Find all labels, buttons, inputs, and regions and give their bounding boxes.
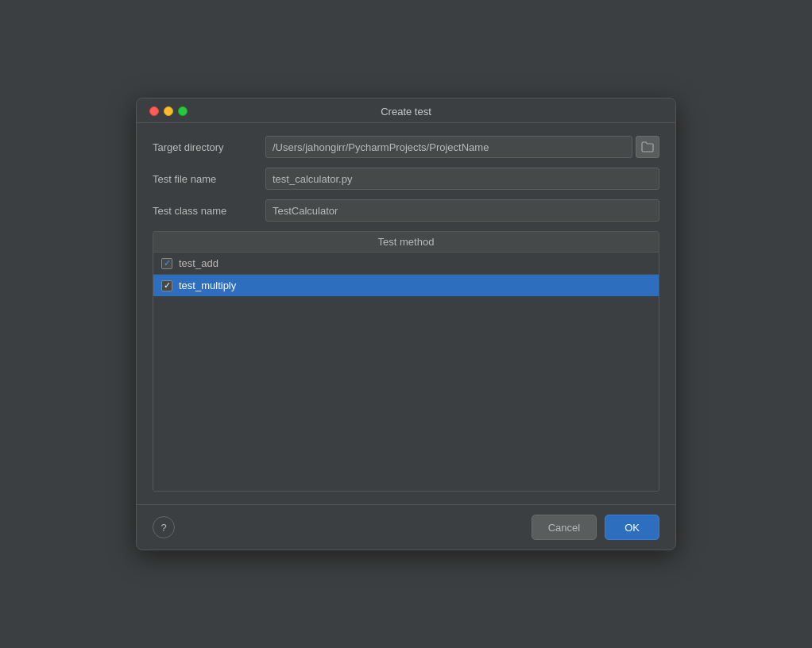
close-button[interactable] bbox=[149, 106, 159, 116]
target-directory-label: Target directory bbox=[153, 141, 256, 153]
test-method-list: test_add test_multiply bbox=[153, 253, 659, 491]
test-add-label: test_add bbox=[179, 257, 218, 269]
test-class-name-input-wrapper bbox=[265, 199, 659, 222]
test-class-name-row: Test class name bbox=[153, 199, 659, 222]
test-file-name-row: Test file name bbox=[153, 168, 659, 190]
cancel-button[interactable]: Cancel bbox=[532, 515, 597, 540]
dialog-footer: ? Cancel OK bbox=[137, 504, 675, 550]
test-method-header: Test method bbox=[153, 232, 659, 253]
test-add-checkbox[interactable] bbox=[161, 258, 172, 269]
help-label: ? bbox=[160, 522, 166, 534]
dialog-body: Target directory Test file name Test cla… bbox=[137, 123, 675, 504]
ok-button[interactable]: OK bbox=[605, 515, 659, 540]
test-method-item-test-add[interactable]: test_add bbox=[153, 253, 659, 275]
test-class-name-label: Test class name bbox=[153, 205, 256, 217]
test-file-name-input[interactable] bbox=[265, 168, 659, 190]
test-method-item-test-multiply[interactable]: test_multiply bbox=[153, 275, 659, 296]
test-multiply-label: test_multiply bbox=[179, 280, 236, 291]
test-file-name-input-wrapper bbox=[265, 168, 659, 190]
test-method-section: Test method test_add test_multiply bbox=[153, 231, 659, 492]
target-directory-input-wrapper bbox=[265, 136, 659, 158]
title-bar: Create test bbox=[137, 98, 675, 123]
target-directory-row: Target directory bbox=[153, 136, 659, 158]
maximize-button[interactable] bbox=[178, 106, 188, 116]
help-button[interactable]: ? bbox=[153, 516, 175, 538]
target-directory-input[interactable] bbox=[265, 136, 632, 158]
dialog-title: Create test bbox=[381, 106, 431, 118]
traffic-lights bbox=[149, 106, 188, 116]
browse-button[interactable] bbox=[636, 136, 659, 158]
test-multiply-checkbox[interactable] bbox=[161, 280, 172, 291]
minimize-button[interactable] bbox=[164, 106, 173, 116]
test-file-name-label: Test file name bbox=[153, 173, 256, 185]
footer-actions: Cancel OK bbox=[532, 515, 659, 540]
create-test-dialog: Create test Target directory Test file n… bbox=[136, 98, 676, 550]
folder-icon bbox=[641, 141, 654, 152]
test-class-name-input[interactable] bbox=[265, 199, 659, 222]
